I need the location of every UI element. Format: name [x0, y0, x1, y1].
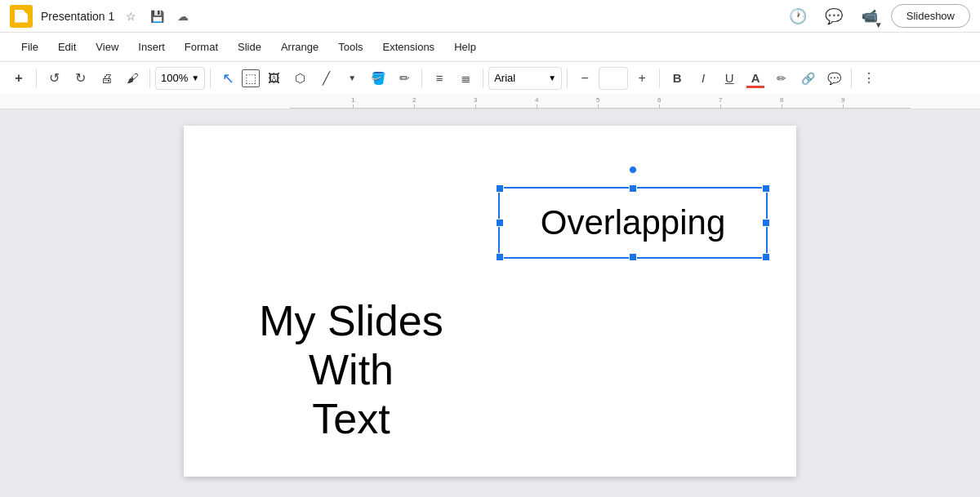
menu-extensions[interactable]: Extensions [375, 38, 443, 56]
insert-image-button[interactable]: 🖼 [261, 66, 286, 91]
menu-arrange[interactable]: Arrange [273, 38, 327, 56]
menu-edit[interactable]: Edit [50, 38, 84, 56]
separator-6 [567, 69, 568, 88]
align-left-button[interactable]: ≡ [427, 66, 452, 91]
handle-bottom-left[interactable] [496, 253, 504, 261]
ruler-tick-1: 1 [351, 96, 354, 104]
slide-main-title[interactable]: My Slides WithText [216, 297, 486, 443]
ruler-tick-2: 2 [412, 96, 416, 104]
overlapping-text-label: Overlapping [541, 203, 725, 242]
ruler-tick-9: 9 [841, 96, 844, 104]
separator-7 [659, 69, 660, 88]
insert-line-button[interactable]: ╱ [314, 66, 338, 91]
presentation-title: Presentation 1 [41, 10, 114, 23]
ruler-tick-7: 7 [719, 96, 722, 104]
undo-button[interactable]: ↺ [42, 66, 66, 91]
header-right: 🕐 💬 📹▼ Slideshow [783, 2, 970, 31]
menu-view[interactable]: View [87, 38, 127, 56]
comment-box-button[interactable]: 💬 [822, 66, 846, 91]
menu-help[interactable]: Help [446, 38, 484, 56]
app-icon [10, 5, 33, 28]
star-icon[interactable]: ☆ [121, 7, 140, 26]
ruler-tick-6: 6 [657, 96, 661, 104]
italic-button[interactable]: I [691, 66, 715, 91]
highlight-button[interactable]: ✏ [769, 66, 794, 91]
slide-canvas: My Slides WithText Overlapping [0, 109, 980, 497]
slideshow-button[interactable]: Slideshow [891, 4, 970, 28]
history-icon[interactable]: 🕐 [783, 2, 813, 31]
ruler-tick-3: 3 [474, 96, 477, 104]
menu-format[interactable]: Format [176, 38, 226, 56]
menu-bar: File Edit View Insert Format Slide Arran… [0, 33, 980, 62]
font-size-increase-button[interactable]: + [630, 66, 654, 91]
separator-4 [421, 69, 422, 88]
main-area: My Slides WithText Overlapping [0, 109, 980, 497]
drive-save-icon[interactable]: 💾 [147, 7, 167, 26]
handle-top-right[interactable] [762, 184, 770, 193]
fill-color-button[interactable]: 🪣 [366, 66, 390, 91]
bold-button[interactable]: B [665, 66, 689, 91]
separator-8 [851, 69, 852, 88]
pen-button[interactable]: ✏ [392, 66, 416, 91]
handle-bottom-right[interactable] [762, 253, 770, 261]
print-button[interactable]: 🖨 [94, 66, 118, 91]
text-indent-button[interactable]: ≣ [453, 66, 478, 91]
more-options-button[interactable]: ⋮ [857, 66, 881, 91]
handle-bottom-middle[interactable] [629, 253, 637, 261]
rotate-handle[interactable] [629, 166, 637, 174]
separator-3 [210, 69, 211, 88]
comments-icon[interactable]: 💬 [819, 2, 849, 31]
link-button[interactable]: 🔗 [795, 66, 820, 91]
handle-middle-left[interactable] [496, 219, 504, 227]
font-dropdown[interactable]: Arial ▼ [488, 67, 562, 90]
font-chevron-icon: ▼ [548, 73, 556, 82]
slides-icon [15, 10, 28, 23]
underline-button[interactable]: U [717, 66, 742, 91]
handle-middle-right[interactable] [762, 219, 770, 227]
ruler-tick-4: 4 [535, 96, 538, 104]
meet-icon[interactable]: 📹▼ [855, 2, 884, 31]
title-bar: Presentation 1 ☆ 💾 ☁ 🕐 💬 📹▼ Slideshow [0, 0, 980, 33]
separator-1 [36, 69, 37, 88]
selected-textbox[interactable]: Overlapping [498, 187, 768, 259]
menu-slide[interactable]: Slide [229, 38, 270, 56]
menu-file[interactable]: File [13, 38, 47, 56]
title-icons: ☆ 💾 ☁ [121, 7, 193, 26]
menu-tools[interactable]: Tools [330, 38, 371, 56]
selection-box-button[interactable]: ⬚ [242, 69, 260, 87]
text-color-button[interactable]: A [743, 66, 768, 91]
insert-shape-button[interactable]: ⬡ [287, 66, 312, 91]
line-dropdown-button[interactable]: ▼ [340, 66, 364, 91]
separator-2 [149, 69, 150, 88]
text-color-a-label: A [751, 71, 760, 85]
font-name: Arial [494, 72, 515, 84]
select-tool-button[interactable]: ↖ [216, 66, 240, 91]
add-button[interactable]: + [7, 66, 31, 91]
paint-format-button[interactable]: 🖌 [120, 66, 145, 91]
font-size-decrease-button[interactable]: − [572, 66, 597, 91]
zoom-combo: 100% ▼ [155, 67, 205, 90]
font-size-controls: − + [572, 66, 654, 91]
ruler-tick-8: 8 [780, 96, 783, 104]
ruler: 1 2 3 4 5 6 7 [0, 95, 980, 109]
toolbar: + ↺ ↻ 🖨 🖌 100% ▼ ↖ ⬚ 🖼 ⬡ ╱ ▼ 🪣 ✏ ≡ ≣ Ari… [0, 62, 980, 95]
separator-5 [483, 69, 483, 88]
cloud-icon[interactable]: ☁ [173, 7, 193, 26]
zoom-level: 100% [161, 72, 188, 84]
menu-insert[interactable]: Insert [130, 38, 173, 56]
zoom-dropdown[interactable]: 100% ▼ [155, 67, 205, 90]
ruler-tick-5: 5 [596, 96, 599, 104]
redo-button[interactable]: ↻ [68, 66, 92, 91]
handle-top-middle[interactable] [629, 184, 637, 193]
font-size-input[interactable] [599, 67, 628, 90]
zoom-chevron-icon: ▼ [191, 73, 199, 82]
handle-top-left[interactable] [496, 184, 504, 193]
slide[interactable]: My Slides WithText Overlapping [184, 126, 796, 477]
